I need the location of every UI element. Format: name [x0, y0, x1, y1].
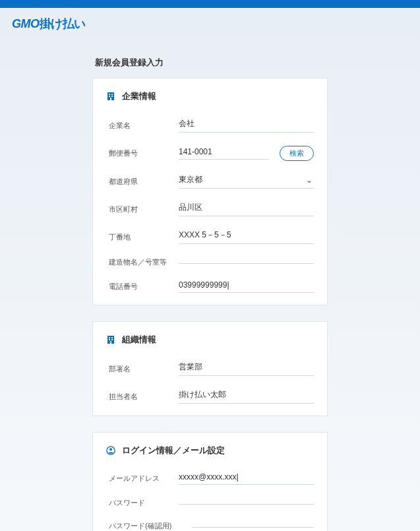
value-prefecture: 東京都	[179, 174, 306, 185]
input-company-name[interactable]: 会社	[179, 118, 314, 133]
value-dept: 営業部	[179, 361, 314, 373]
label-block: 丁番地	[106, 232, 179, 242]
search-button[interactable]: 検索	[280, 146, 314, 161]
value-city: 品川区	[179, 202, 314, 213]
svg-rect-9	[109, 339, 110, 340]
label-email: メールアドレス	[106, 474, 179, 484]
label-password-confirm: パスワード(確認用)	[106, 521, 192, 531]
row-dept: 部署名 営業部	[106, 355, 314, 383]
value-block: XXXX 5－5－5	[179, 230, 314, 241]
input-password-confirm[interactable]	[192, 524, 314, 528]
row-prefecture: 都道府県 東京都 ⌄	[106, 168, 314, 195]
svg-rect-3	[109, 96, 110, 97]
row-building: 建造物名／号室等	[106, 251, 314, 274]
card-header-org: 組織情報	[106, 334, 314, 346]
logo-prefix: GMO	[12, 17, 40, 30]
label-phone: 電話番号	[106, 282, 179, 292]
label-company-name: 企業名	[106, 121, 179, 131]
page-title: 新規会員登録入力	[92, 37, 328, 78]
svg-rect-1	[109, 94, 110, 95]
row-postal: 郵便番号 141-0001 検索	[106, 139, 314, 168]
row-email: メールアドレス xxxxx@xxxx.xxx	[106, 466, 314, 491]
logo-suffix: 掛け払い	[40, 17, 86, 30]
input-password[interactable]	[179, 501, 314, 505]
value-postal: 141-0001	[179, 147, 269, 156]
input-block[interactable]: XXXX 5－5－5	[179, 230, 314, 244]
card-header-login: ログイン情報／メール設定	[106, 445, 314, 456]
svg-rect-5	[110, 98, 111, 100]
card-login-info: ログイン情報／メール設定 メールアドレス xxxxx@xxxx.xxx パスワー…	[92, 432, 328, 531]
top-bar	[0, 0, 420, 8]
input-email[interactable]: xxxxx@xxxx.xxx	[179, 472, 314, 485]
input-building[interactable]	[179, 261, 314, 264]
chevron-down-icon: ⌄	[306, 175, 314, 185]
label-building: 建造物名／号室等	[106, 257, 179, 267]
svg-rect-11	[110, 341, 111, 344]
svg-rect-8	[111, 337, 113, 338]
svg-rect-7	[109, 337, 110, 338]
label-password: パスワード	[106, 498, 179, 508]
input-postal[interactable]: 141-0001	[179, 147, 269, 160]
input-city[interactable]: 品川区	[179, 202, 314, 216]
row-block: 丁番地 XXXX 5－5－5	[106, 223, 314, 251]
row-password: パスワード	[106, 491, 314, 515]
select-prefecture[interactable]: 東京都 ⌄	[179, 174, 314, 189]
value-phone: 03999999999	[179, 280, 314, 290]
label-postal: 郵便番号	[106, 148, 179, 158]
building-icon	[106, 335, 115, 344]
label-prefecture: 都道府県	[106, 177, 179, 187]
label-dept: 部署名	[106, 364, 179, 374]
svg-rect-10	[111, 339, 113, 340]
input-phone[interactable]: 03999999999	[179, 280, 314, 293]
card-title-login: ログイン情報／メール設定	[122, 445, 225, 456]
building-icon	[106, 92, 115, 101]
user-icon	[106, 446, 115, 455]
input-person[interactable]: 掛け払い太郎	[179, 389, 314, 404]
svg-point-13	[109, 448, 112, 451]
row-phone: 電話番号 03999999999	[106, 274, 314, 299]
logo: GMO掛け払い	[0, 8, 420, 37]
label-person: 担当者名	[106, 392, 179, 402]
row-password-confirm: パスワード(確認用)	[106, 515, 314, 531]
value-email: xxxxx@xxxx.xxx	[179, 472, 314, 482]
card-title-org: 組織情報	[122, 334, 156, 346]
card-company-info: 企業情報 企業名 会社 郵便番号 141-0001 検索 都道府県	[92, 78, 328, 305]
svg-rect-4	[111, 96, 113, 97]
value-company-name: 会社	[179, 118, 314, 129]
card-header-company: 企業情報	[106, 90, 314, 102]
label-city: 市区町村	[106, 204, 179, 214]
svg-rect-2	[111, 94, 113, 95]
input-dept[interactable]: 営業部	[179, 361, 314, 376]
value-person: 掛け払い太郎	[179, 389, 314, 400]
row-person: 担当者名 掛け払い太郎	[106, 383, 314, 410]
row-company-name: 企業名 会社	[106, 111, 314, 139]
card-title-company: 企業情報	[122, 90, 156, 102]
row-city: 市区町村 品川区	[106, 195, 314, 223]
card-org-info: 組織情報 部署名 営業部 担当者名 掛け払い太郎	[92, 321, 328, 416]
